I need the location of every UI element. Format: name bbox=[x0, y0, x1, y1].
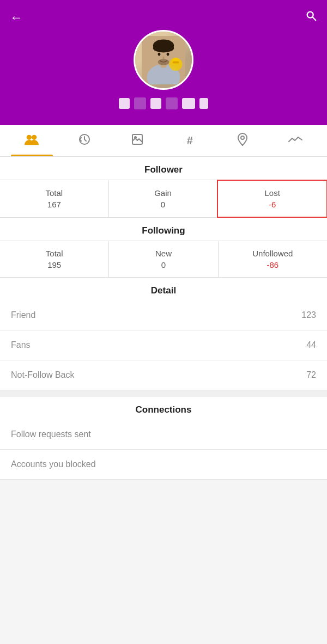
following-total-cell: Total 195 bbox=[0, 241, 109, 277]
history-icon bbox=[78, 133, 91, 149]
detail-row-fans[interactable]: Fans 44 bbox=[0, 330, 327, 360]
connections-row-blocked[interactable]: Accounts you blocked bbox=[0, 450, 327, 480]
detail-friend-label: Friend bbox=[11, 310, 35, 320]
follower-lost-label: Lost bbox=[265, 188, 280, 198]
svg-point-9 bbox=[167, 53, 169, 56]
following-section: Following Total 195 New 0 Unfollowed -86 bbox=[0, 218, 327, 278]
detail-fans-value: 44 bbox=[306, 340, 316, 350]
tab-media[interactable] bbox=[111, 125, 164, 156]
spacer-1 bbox=[0, 390, 327, 397]
story-dot-1[interactable] bbox=[119, 98, 130, 109]
follower-stats-grid: Total 167 Gain 0 Lost -6 bbox=[0, 180, 327, 218]
svg-point-15 bbox=[27, 134, 32, 139]
tab-followers[interactable] bbox=[5, 125, 58, 156]
svg-point-8 bbox=[158, 53, 161, 56]
following-stats-grid: Total 195 New 0 Unfollowed -86 bbox=[0, 241, 327, 278]
svg-line-1 bbox=[312, 17, 316, 20]
follow-requests-label: Follow requests sent bbox=[11, 430, 91, 439]
follower-section: Follower Total 167 Gain 0 Lost -6 bbox=[0, 157, 327, 218]
detail-notfollowback-label: Not-Follow Back bbox=[11, 370, 74, 380]
svg-point-16 bbox=[32, 134, 37, 139]
following-new-value: 0 bbox=[161, 260, 166, 269]
story-dot-5[interactable] bbox=[182, 98, 195, 109]
follower-gain-label: Gain bbox=[154, 188, 172, 198]
followers-icon bbox=[25, 133, 39, 149]
story-dot-2[interactable] bbox=[134, 97, 146, 109]
header: ← bbox=[0, 0, 327, 125]
tab-analytics[interactable] bbox=[269, 125, 322, 156]
blocked-label: Accounts you blocked bbox=[11, 459, 96, 469]
svg-point-10 bbox=[162, 57, 164, 59]
media-icon bbox=[131, 133, 144, 149]
svg-point-11 bbox=[158, 59, 169, 65]
connections-section: Connections Follow requests sent Account… bbox=[0, 397, 327, 480]
tab-history[interactable] bbox=[58, 125, 111, 156]
tab-hashtag[interactable]: # bbox=[164, 125, 216, 156]
detail-section: Detail Friend 123 Fans 44 Not-Follow Bac… bbox=[0, 278, 327, 390]
follower-gain-cell: Gain 0 bbox=[109, 180, 218, 217]
search-button[interactable] bbox=[305, 10, 317, 25]
following-unfollowed-value: -86 bbox=[267, 260, 278, 269]
story-dot-4[interactable] bbox=[166, 97, 178, 109]
svg-point-7 bbox=[153, 44, 174, 52]
content: Follower Total 167 Gain 0 Lost -6 Follow… bbox=[0, 157, 327, 480]
following-new-label: New bbox=[155, 249, 172, 258]
detail-friend-value: 123 bbox=[301, 310, 316, 320]
follower-lost-value: -6 bbox=[269, 200, 276, 209]
following-new-cell: New 0 bbox=[109, 241, 218, 277]
following-title: Following bbox=[0, 218, 327, 241]
connections-title: Connections bbox=[0, 397, 327, 420]
back-button[interactable]: ← bbox=[10, 10, 23, 25]
follower-title: Follower bbox=[0, 157, 327, 180]
avatar bbox=[134, 30, 193, 90]
svg-point-20 bbox=[241, 136, 244, 139]
tab-location[interactable] bbox=[216, 125, 269, 156]
detail-title: Detail bbox=[0, 278, 327, 300]
story-dot-6[interactable] bbox=[199, 98, 208, 109]
story-dot-3[interactable] bbox=[150, 98, 161, 109]
location-icon bbox=[237, 133, 248, 149]
following-unfollowed-label: Unfollowed bbox=[252, 249, 293, 258]
following-unfollowed-cell: Unfollowed -86 bbox=[219, 241, 327, 277]
detail-notfollowback-value: 72 bbox=[306, 370, 316, 380]
detail-row-friend[interactable]: Friend 123 bbox=[0, 300, 327, 330]
story-dots bbox=[119, 97, 208, 109]
follower-gain-value: 0 bbox=[161, 200, 165, 209]
detail-row-notfollowback[interactable]: Not-Follow Back 72 bbox=[0, 360, 327, 390]
following-total-label: Total bbox=[46, 249, 63, 258]
svg-rect-14 bbox=[173, 61, 179, 63]
follower-total-cell: Total 167 bbox=[0, 180, 109, 217]
connections-row-follow-requests[interactable]: Follow requests sent bbox=[0, 420, 327, 450]
analytics-icon bbox=[288, 134, 302, 148]
hashtag-icon: # bbox=[187, 134, 193, 147]
detail-fans-label: Fans bbox=[11, 340, 31, 350]
following-total-value: 195 bbox=[47, 260, 61, 269]
follower-lost-cell: Lost -6 bbox=[217, 180, 327, 218]
tab-bar: # bbox=[0, 125, 327, 157]
follower-total-label: Total bbox=[45, 188, 63, 198]
follower-total-value: 167 bbox=[47, 200, 61, 209]
